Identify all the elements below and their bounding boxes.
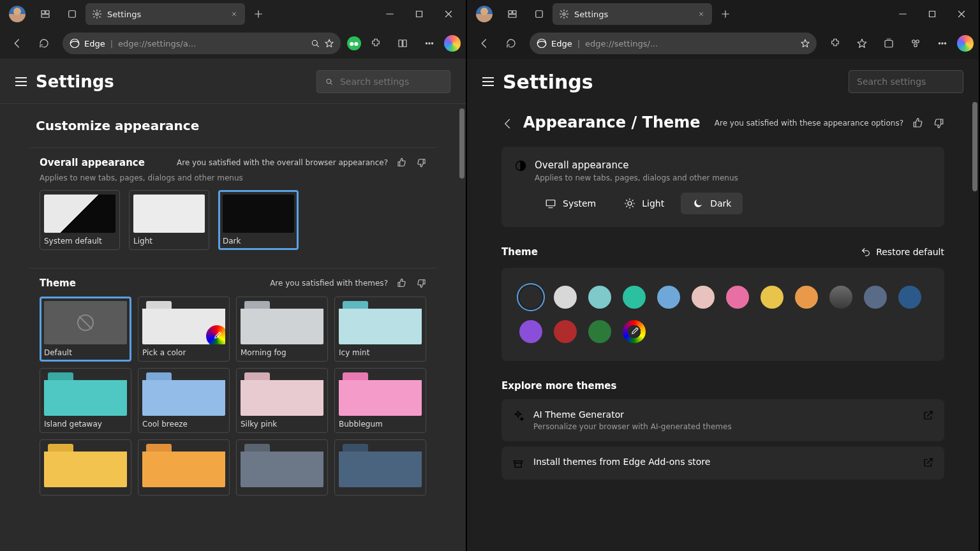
extension-green-icon[interactable]: ●● [347,36,361,50]
workspaces-icon[interactable] [499,1,526,27]
menu-icon[interactable] [482,77,494,86]
copilot-icon[interactable] [957,35,974,52]
theme-extra-2[interactable] [138,439,230,496]
thumbs-up-icon[interactable] [397,278,407,288]
theme-morning-fog[interactable]: Morning fog [236,297,328,362]
color-swatch[interactable] [829,286,852,309]
minimize-button[interactable] [888,1,917,27]
color-swatch[interactable] [657,286,680,309]
color-swatch[interactable] [692,286,715,309]
theme-island-getaway[interactable]: Island getaway [40,368,131,433]
star-icon[interactable] [800,38,810,48]
profile-avatar[interactable] [9,6,26,22]
color-swatch[interactable] [864,286,887,309]
workspaces-icon[interactable] [32,1,59,27]
refresh-button[interactable] [499,31,523,55]
theme-pick-a-color[interactable]: Pick a color [138,297,230,362]
browser-tab[interactable]: Settings [553,3,712,25]
split-screen-icon[interactable] [390,31,415,55]
theme-icy-mint[interactable]: Icy mint [334,297,426,362]
color-swatch[interactable] [519,320,542,343]
color-swatch[interactable] [761,286,783,309]
back-arrow-icon[interactable] [501,117,514,133]
segment-dark[interactable]: Dark [681,193,743,214]
custom-color-picker[interactable] [623,320,646,343]
color-swatch[interactable] [898,286,921,309]
menu-icon[interactable] [15,77,27,86]
color-swatch[interactable] [795,286,818,309]
color-swatch[interactable] [588,320,611,343]
star-icon[interactable] [324,38,334,48]
theme-default[interactable]: Default [40,297,131,362]
gear-icon [559,9,569,19]
segment-system[interactable]: System [533,193,607,214]
segment-light[interactable]: Light [612,193,676,214]
close-icon[interactable] [697,10,706,18]
search-settings[interactable] [849,70,963,93]
ai-theme-generator-link[interactable]: AI Theme Generator Personalize your brow… [501,399,944,441]
color-swatch[interactable] [623,286,646,309]
favorites-icon[interactable] [850,31,874,55]
search-input[interactable] [340,77,442,87]
scrollbar[interactable] [459,108,464,179]
restore-default-button[interactable]: Restore default [861,247,944,257]
back-button[interactable] [5,31,29,55]
thumbs-up-icon[interactable] [397,158,407,168]
appearance-light[interactable]: Light [129,190,209,250]
addon-store-link[interactable]: Install themes from Edge Add-ons store [501,446,944,480]
extensions-icon[interactable] [823,31,847,55]
minimize-button[interactable] [375,1,405,27]
section-customize-appearance: Customize appearance [36,118,430,133]
theme-extra-3[interactable] [236,439,328,496]
svg-point-19 [914,44,917,47]
close-window-button[interactable] [434,1,463,27]
profile-avatar[interactable] [476,6,493,22]
theme-extra-1[interactable] [40,439,131,496]
refresh-button[interactable] [32,31,56,55]
extensions-icon[interactable] [364,31,388,55]
new-tab-button[interactable] [245,1,272,27]
color-swatch[interactable] [726,286,749,309]
thumbs-up-icon[interactable] [912,117,924,129]
thumbs-down-icon[interactable] [416,158,426,168]
theme-cool-breeze[interactable]: Cool breeze [138,368,230,433]
color-swatch[interactable] [554,320,577,343]
color-swatch[interactable] [588,286,611,309]
tab-actions-icon[interactable] [526,1,553,27]
close-icon[interactable] [230,10,239,18]
appearance-dark[interactable]: Dark [218,190,299,250]
browser-essentials-icon[interactable] [903,31,928,55]
new-tab-button[interactable] [712,1,739,27]
back-button[interactable] [472,31,496,55]
zoom-icon[interactable] [310,38,320,48]
maximize-button[interactable] [405,1,434,27]
collections-icon[interactable] [877,31,901,55]
overall-appearance-section: Overall appearance Are you satisfied wit… [29,147,436,260]
color-swatch[interactable] [554,286,577,309]
tab-title: Settings [574,10,608,19]
more-icon[interactable] [417,31,442,55]
theme-extra-4[interactable] [334,439,426,496]
scrollbar[interactable] [972,102,977,191]
theme-heading: Theme [501,246,538,258]
thumbs-down-icon[interactable] [933,117,944,129]
titlebar: Settings [0,0,466,28]
search-settings[interactable] [316,70,450,93]
address-bar[interactable]: Edge | edge://settings/a... [63,33,341,54]
eyedropper-icon [629,327,639,337]
search-input[interactable] [857,77,955,87]
maximize-button[interactable] [917,1,947,27]
svg-point-15 [537,39,546,48]
theme-bubblegum[interactable]: Bubblegum [334,368,426,433]
browser-tab[interactable]: Settings [85,3,245,25]
tab-actions-icon[interactable] [59,1,85,27]
copilot-icon[interactable] [444,35,461,52]
thumbs-down-icon[interactable] [416,278,426,288]
address-bar[interactable]: Edge | edge://settings/... [530,33,817,54]
appearance-system-default[interactable]: System default [40,190,120,250]
theme-silky-pink[interactable]: Silky pink [236,368,328,433]
close-window-button[interactable] [947,1,976,27]
more-icon[interactable] [930,31,954,55]
color-swatch[interactable] [519,286,542,309]
tab-title: Settings [107,10,141,19]
